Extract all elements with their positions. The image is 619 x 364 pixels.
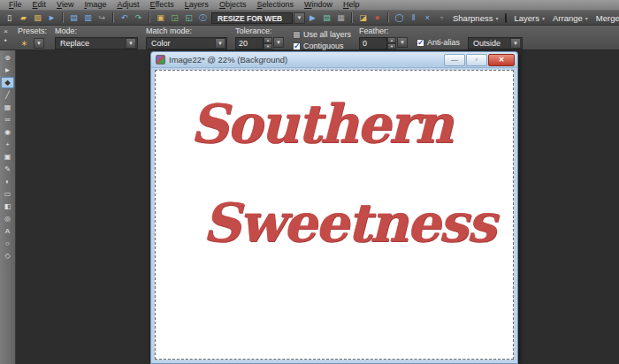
toolbar-separator: [112, 12, 114, 23]
import-icon[interactable]: ►: [45, 11, 58, 24]
restore-button[interactable]: ▫: [466, 54, 487, 66]
script-selector-combo[interactable]: RESIZE FOR WEB ▼: [211, 12, 305, 24]
paint-brush-tool[interactable]: ✎: [1, 163, 14, 175]
menu-adjust[interactable]: Adjust: [111, 0, 144, 10]
save-script-icon[interactable]: ▫: [435, 11, 448, 24]
menu-effects[interactable]: Effects: [144, 0, 179, 10]
anti-alias-label: Anti-alias: [427, 38, 460, 47]
open-icon[interactable]: ▰: [17, 11, 30, 24]
pick-tool[interactable]: ►: [1, 64, 14, 76]
slider-chevron-icon[interactable]: ▼: [273, 37, 284, 48]
open-script-icon[interactable]: ◪: [356, 11, 370, 24]
feather-stepper[interactable]: ▲ ▼ ▼: [359, 37, 409, 49]
menu-file[interactable]: File: [4, 0, 27, 10]
presets-chevron-down-icon[interactable]: ▼: [34, 38, 44, 49]
makeover-tool[interactable]: +: [1, 139, 14, 150]
chevron-down-icon[interactable]: ▼: [215, 38, 225, 49]
straighten-tool[interactable]: ═: [1, 114, 14, 125]
pause-script-icon[interactable]: ‖: [407, 11, 420, 24]
menu-objects[interactable]: Objects: [214, 0, 252, 10]
menu-selections[interactable]: Selections: [251, 0, 299, 10]
layers-dropdown[interactable]: Layers: [510, 13, 548, 23]
feather-group: Feather: ▲ ▼ ▼: [359, 27, 409, 49]
contiguous-row[interactable]: Contiguous: [293, 42, 351, 50]
workspace: ⊕ ► ◆ ╱ ▦ ═ ◉ + ▣ ✎ ◐ ▭ ◧ ◎ A ○ ◇ Image2…: [0, 50, 619, 364]
dropper-tool[interactable]: ╱: [1, 89, 14, 101]
undo-icon[interactable]: ↶: [118, 11, 131, 24]
menu-layers[interactable]: Layers: [180, 0, 214, 10]
use-all-layers-row[interactable]: Use all layers: [293, 30, 351, 39]
feather-label: Feather:: [359, 27, 409, 35]
sharpness-dropdown[interactable]: Sharpness: [449, 13, 501, 23]
record-script-icon[interactable]: ◯: [393, 11, 406, 24]
chevron-down-icon[interactable]: ▼: [126, 38, 136, 49]
close-palette-icon[interactable]: ×: [2, 28, 10, 35]
menu-window[interactable]: Window: [299, 0, 338, 10]
capture-icon[interactable]: ◲: [168, 11, 181, 24]
info-icon[interactable]: ⓘ: [196, 11, 210, 24]
contiguous-checkbox[interactable]: [293, 42, 301, 50]
close-button[interactable]: ✕: [488, 54, 515, 66]
print-icon[interactable]: ◱: [182, 11, 195, 24]
magic-wand-icon[interactable]: ∗: [18, 37, 31, 49]
mode-dropdown[interactable]: Replace ▼: [55, 37, 138, 49]
spin-up-icon[interactable]: ▲: [264, 37, 272, 43]
menu-view[interactable]: View: [51, 0, 79, 10]
image-canvas[interactable]: Southern Sweetness: [155, 70, 514, 360]
dock-palette-icon[interactable]: ▪: [2, 37, 10, 44]
red-eye-tool[interactable]: ◉: [1, 126, 14, 138]
menu-edit[interactable]: Edit: [27, 0, 52, 10]
anti-alias-checkbox[interactable]: [416, 39, 424, 47]
merge-dropdown[interactable]: Merge: [592, 13, 619, 23]
paste-icon[interactable]: ▣: [154, 11, 167, 24]
edge-mode-group: Outside ▼: [468, 27, 523, 49]
eraser-tool[interactable]: ▭: [1, 188, 14, 200]
match-mode-group: Match mode: Color ▼: [146, 27, 227, 49]
tolerance-input[interactable]: [235, 37, 264, 49]
presets-group: Presets: ∗ ▼: [18, 27, 47, 49]
spin-up-icon[interactable]: ▲: [387, 37, 396, 43]
redo-icon[interactable]: ↷: [132, 11, 145, 24]
clone-brush-tool[interactable]: ▣: [1, 151, 14, 163]
picture-tube-tool[interactable]: ◎: [1, 213, 14, 224]
document-title-bar[interactable]: Image22* @ 22% (Background) — ▫ ✕: [150, 51, 518, 68]
new-file-icon[interactable]: ▯: [3, 11, 16, 24]
script-output-icon[interactable]: ▦: [334, 11, 348, 24]
match-mode-value: Color: [151, 39, 214, 48]
pen-tool[interactable]: ◇: [1, 250, 14, 262]
arrange-dropdown[interactable]: Arrange: [549, 13, 592, 23]
flood-fill-tool[interactable]: ◧: [1, 201, 14, 212]
toolbar-separator: [387, 12, 389, 23]
match-mode-dropdown[interactable]: Color ▼: [146, 37, 227, 49]
edit-script-icon[interactable]: ▤: [320, 11, 333, 24]
preset-shape-tool[interactable]: ○: [1, 238, 14, 249]
tolerance-stepper[interactable]: ▲ ▼ ▼: [235, 37, 285, 49]
edge-mode-dropdown[interactable]: Outside ▼: [468, 37, 523, 49]
save-icon[interactable]: ▤: [67, 11, 80, 24]
crop-tool[interactable]: ▦: [1, 102, 14, 113]
lighten-darken-tool[interactable]: ◐: [1, 176, 14, 187]
run-script-icon[interactable]: ▶: [306, 11, 319, 24]
spin-down-icon[interactable]: ▼: [387, 43, 396, 49]
minimize-button[interactable]: —: [444, 54, 465, 66]
chevron-down-icon[interactable]: ▼: [510, 38, 521, 49]
presets-label: Presets:: [18, 27, 47, 35]
menu-image[interactable]: Image: [79, 0, 111, 10]
share-icon[interactable]: ↪: [96, 11, 109, 24]
anti-alias-row[interactable]: Anti-alias: [416, 27, 460, 47]
text-tool[interactable]: A: [1, 225, 14, 237]
layer-checkboxes: Use all layers Contiguous: [293, 27, 351, 50]
spin-down-icon[interactable]: ▼: [264, 43, 272, 49]
browse-icon[interactable]: ▨: [31, 11, 44, 24]
feather-input[interactable]: [359, 37, 387, 49]
use-all-layers-checkbox[interactable]: [293, 31, 301, 39]
slider-chevron-icon[interactable]: ▼: [397, 37, 408, 48]
magic-wand-selection-tool[interactable]: ◆: [1, 77, 14, 88]
chevron-down-icon[interactable]: ▼: [294, 12, 305, 24]
script-selector-value[interactable]: RESIZE FOR WEB: [211, 12, 293, 24]
stop-script-icon[interactable]: ●: [371, 11, 384, 24]
pan-tool[interactable]: ⊕: [1, 52, 14, 64]
save-as-icon[interactable]: ▥: [81, 11, 95, 24]
menu-help[interactable]: Help: [338, 0, 365, 10]
cancel-script-icon[interactable]: ×: [421, 11, 434, 24]
